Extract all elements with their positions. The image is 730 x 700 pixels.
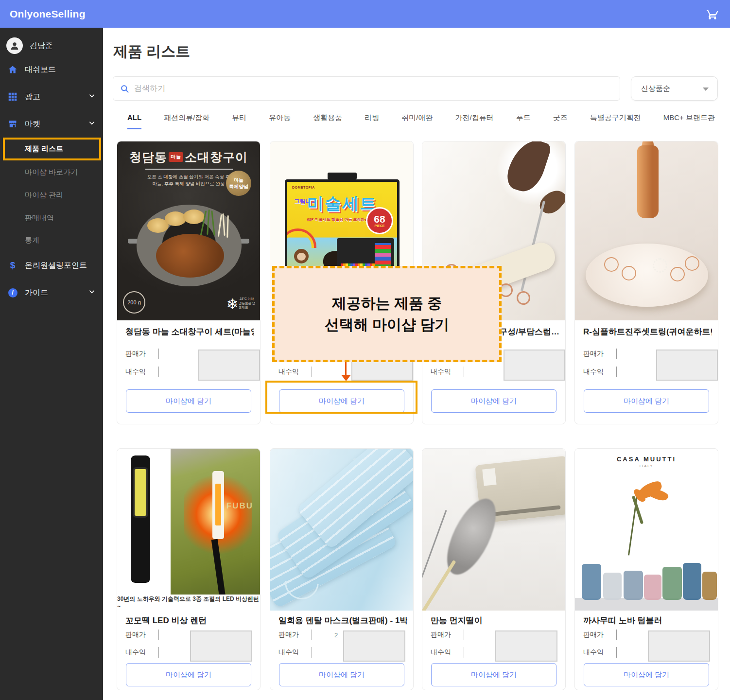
bag-brand-text: FUBU xyxy=(226,501,253,511)
price-label: 판매가 xyxy=(431,630,457,639)
price-blur xyxy=(504,350,565,381)
app-root: OnlyoneSelling 김남준 대쉬보드 xyxy=(0,0,730,700)
sidebar-item-stats[interactable]: 통계 xyxy=(0,230,103,250)
price-blur xyxy=(343,630,405,662)
user-name: 김남준 xyxy=(30,41,53,51)
product-card: 일회용 덴탈 마스크(벌크판매) - 1박스(2… 판매가 2 내수익 마이샵에… xyxy=(270,448,414,690)
search-icon xyxy=(120,84,129,93)
add-to-myshop-button[interactable]: 마이샵에 담기 xyxy=(279,389,404,413)
chevron-down-icon xyxy=(88,120,95,128)
home-icon xyxy=(7,64,18,75)
top-header: OnlyoneSelling xyxy=(0,0,730,28)
brand-logo: OnlyoneSelling xyxy=(10,8,86,20)
profit-label: 내수익 xyxy=(125,368,152,376)
add-to-myshop-button[interactable]: 마이샵에 담기 xyxy=(126,389,251,413)
annotation-callout: 제공하는 제품 중 선택해 마이샵 담기 xyxy=(272,266,502,362)
sort-dropdown[interactable]: 신상품순 xyxy=(631,76,718,101)
price-blur xyxy=(190,630,252,662)
profit-label: 내수익 xyxy=(125,648,152,657)
sidebar-user: 김남준 xyxy=(0,34,103,58)
sidebar-item-ads[interactable]: 광고 xyxy=(0,86,103,107)
tab-beauty[interactable]: 뷰티 xyxy=(232,113,246,129)
price-fragment: 2 xyxy=(334,631,338,639)
product-card: CASA MUUTTI ITALY 까사무띠 노바 텀블러 판매가 내수익 마이… xyxy=(574,448,718,690)
product-image xyxy=(422,449,565,611)
product-title: R-심플하트진주셋트링(귀여운하트반… xyxy=(583,326,712,337)
annotation-arrow xyxy=(345,362,347,376)
product-card: R-심플하트진주셋트링(귀여운하트반… 판매가 내수익 마이샵에 담기 xyxy=(574,141,718,424)
profit-label: 내수익 xyxy=(583,648,609,657)
gold-badge: 마늘특제양념 xyxy=(226,171,251,196)
sidebar-item-product-list[interactable]: 제품 리스트 xyxy=(0,139,103,158)
profit-label: 내수익 xyxy=(583,368,609,376)
sidebar-item-myshop-link[interactable]: 마이샵 바로가기 xyxy=(0,162,103,182)
product-image: 청담동마늘소대창구이 오픈 소 대창에 초벌 삶기와 저온 숙성 후마늘, 후추… xyxy=(117,141,260,320)
product-title: 청담동 마늘 소대창구이 세트(마늘양… xyxy=(125,326,254,337)
tab-electronics[interactable]: 가전/컴퓨터 xyxy=(455,113,494,129)
sidebar-item-dashboard[interactable]: 대쉬보드 xyxy=(0,59,103,80)
price-blur xyxy=(648,630,710,662)
page-title: 제품 리스트 xyxy=(113,42,190,62)
avatar xyxy=(6,37,23,54)
product-image: CASA MUUTTI ITALY xyxy=(575,449,718,611)
tab-kids[interactable]: 유아동 xyxy=(269,113,291,129)
product-card: FUBU 30년의 노하우와 기술력으로 3종 조절의 LED 비상렌턴~ 꼬모… xyxy=(117,448,261,690)
price-label: 판매가 xyxy=(583,350,609,358)
annotation-arrow-head xyxy=(341,375,351,381)
caret-down-icon xyxy=(703,88,709,91)
add-to-myshop-button[interactable]: 마이샵에 담기 xyxy=(431,663,556,686)
tab-living-goods[interactable]: 생활용품 xyxy=(313,113,342,129)
price-blur xyxy=(198,350,260,381)
add-to-myshop-button[interactable]: 마이샵에 담기 xyxy=(584,389,709,413)
tab-goods[interactable]: 굿즈 xyxy=(553,113,568,129)
profit-label: 내수익 xyxy=(431,368,457,376)
price-label: 판매가 xyxy=(583,630,609,639)
search-input[interactable] xyxy=(134,84,572,93)
add-to-myshop-button[interactable]: 마이샵에 담기 xyxy=(126,663,251,686)
category-tabs: ALL 패션의류/잡화 뷰티 유아동 생활용품 리빙 취미/애완 가전/컴퓨터 … xyxy=(127,113,718,131)
add-to-myshop-button[interactable]: 마이샵에 담기 xyxy=(584,663,709,686)
sort-selected-value: 신상품순 xyxy=(641,84,670,93)
chevron-down-icon xyxy=(88,92,95,101)
sidebar-item-sales-history[interactable]: 판매내역 xyxy=(0,208,103,228)
price-label: 판매가 xyxy=(125,350,152,358)
seal-badge: 마늘 xyxy=(169,152,183,162)
tab-fashion[interactable]: 패션의류/잡화 xyxy=(164,113,209,129)
snowflake-icon: ❄ xyxy=(226,296,239,313)
sidebar-item-market[interactable]: 마켓 xyxy=(0,113,103,135)
product-card: 청담동마늘소대창구이 오픈 소 대창에 초벌 삶기와 저온 숙성 후마늘, 후추… xyxy=(117,141,261,424)
cart-icon[interactable] xyxy=(705,6,720,22)
sidebar-item-myshop-manage[interactable]: 마이샵 관리 xyxy=(0,185,103,205)
product-image: FUBU 30년의 노하우와 기술력으로 3종 조절의 LED 비상렌턴~ xyxy=(117,449,260,611)
price-label: 판매가 xyxy=(278,630,305,639)
profit-label: 내수익 xyxy=(278,648,305,657)
product-title: 일회용 덴탈 마스크(벌크판매) - 1박스(2… xyxy=(278,615,407,626)
product-image xyxy=(575,141,718,320)
rainbow-art xyxy=(285,228,318,248)
info-icon: i xyxy=(7,287,18,298)
tab-special[interactable]: 특별공구기획전 xyxy=(590,113,641,129)
add-to-myshop-button[interactable]: 마이샵에 담기 xyxy=(279,663,404,686)
monkey-art xyxy=(294,249,309,263)
piece-count-badge: 68PIECE xyxy=(366,207,393,234)
search-bar xyxy=(113,76,620,101)
tab-all[interactable]: ALL xyxy=(127,113,141,129)
annotation-line1: 제공하는 제품 중 xyxy=(332,293,442,314)
sidebar-item-points[interactable]: $ 온리원셀링포인트 xyxy=(0,255,103,276)
sidebar: 김남준 대쉬보드 광고 xyxy=(0,28,103,700)
product-image xyxy=(270,449,413,611)
tab-food[interactable]: 푸드 xyxy=(516,113,531,129)
sidebar-item-guide[interactable]: i 가이드 xyxy=(0,282,103,303)
price-blur xyxy=(495,630,557,662)
add-to-myshop-button[interactable]: 마이샵에 담기 xyxy=(431,389,556,413)
grid-icon xyxy=(7,91,18,102)
profit-label: 내수익 xyxy=(431,648,457,657)
price-label: 판매가 xyxy=(125,630,152,639)
profit-label: 내수익 xyxy=(278,368,305,376)
tab-mbc-brand[interactable]: MBC+ 브랜드관 xyxy=(663,113,715,129)
product-title: 까사무띠 노바 텀블러 xyxy=(583,615,712,626)
store-icon xyxy=(7,119,18,129)
price-blur xyxy=(656,350,718,381)
tab-hobby-pet[interactable]: 취미/애완 xyxy=(401,113,433,129)
tab-living[interactable]: 리빙 xyxy=(365,113,379,129)
